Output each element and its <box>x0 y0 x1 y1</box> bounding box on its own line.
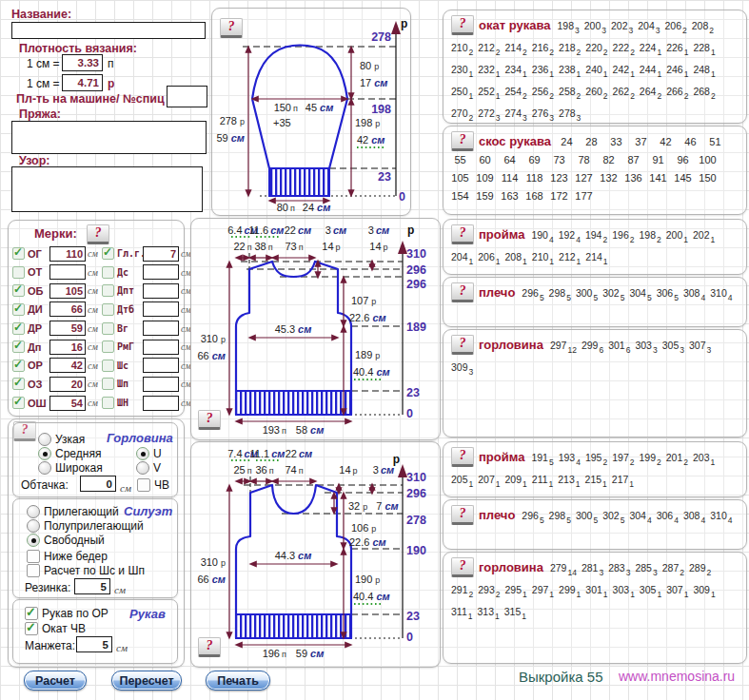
help-icon[interactable]: ? <box>87 224 109 244</box>
measurement-input[interactable] <box>143 396 179 411</box>
measurement-input[interactable] <box>49 377 86 392</box>
measurement-checkbox[interactable] <box>12 378 25 390</box>
radio-neck-wide[interactable] <box>38 461 51 475</box>
measurement-checkbox[interactable] <box>12 266 25 279</box>
stitch-row-pair: 2321 <box>478 61 500 82</box>
measurement-input[interactable] <box>143 301 179 317</box>
measurement-input[interactable] <box>143 246 179 262</box>
measurement-input[interactable] <box>49 396 86 411</box>
stitch-row-pair: 2071 <box>478 471 500 492</box>
measurement-checkbox[interactable] <box>12 303 25 316</box>
help-icon[interactable]: ? <box>451 15 474 35</box>
density-stitches-input[interactable] <box>62 54 103 71</box>
measurement-checkbox[interactable] <box>12 397 25 409</box>
measurement-input[interactable] <box>49 264 86 280</box>
measurement-input[interactable] <box>143 321 179 336</box>
stitch-row-pair: 2101 <box>532 248 554 269</box>
help-icon[interactable]: ? <box>451 131 474 151</box>
measurement-checkbox[interactable] <box>102 266 114 279</box>
binding-input[interactable] <box>80 476 116 492</box>
measurement-checkbox[interactable] <box>12 284 25 297</box>
name-input[interactable] <box>11 22 206 39</box>
measurement-label: ОГ <box>28 248 49 260</box>
density-rows-input[interactable] <box>62 74 103 91</box>
pattern-textarea[interactable] <box>11 166 203 212</box>
row-number: 105 <box>451 171 469 185</box>
panel-title: плечо <box>479 508 515 522</box>
help-icon[interactable]: ? <box>451 557 474 577</box>
yarn-textarea[interactable] <box>11 121 207 154</box>
calc-shs-shp-checkbox[interactable] <box>27 564 40 577</box>
measurement-checkbox[interactable] <box>102 360 114 372</box>
rib-input[interactable] <box>74 578 110 594</box>
cap-chv-checkbox[interactable] <box>25 622 38 635</box>
measurement-input[interactable] <box>143 283 179 299</box>
radio-fit-loose[interactable] <box>27 534 40 547</box>
radio-neck-v[interactable] <box>136 461 149 475</box>
help-icon[interactable]: ? <box>451 282 474 302</box>
radio-neck-u[interactable] <box>136 447 149 460</box>
measurement-checkbox[interactable] <box>12 247 25 260</box>
measurement-checkbox[interactable] <box>12 322 25 335</box>
axis-value: 0 <box>399 190 405 204</box>
measurement-checkbox[interactable] <box>102 340 114 353</box>
front-neck-panel: ?горловина279142813283328532872289229122… <box>443 552 747 664</box>
measurement-input[interactable] <box>143 340 179 355</box>
measurement-input[interactable] <box>49 340 86 355</box>
row-number: 168 <box>525 189 543 204</box>
stitch-row-pair: 2131 <box>558 471 580 492</box>
row-number: 172 <box>550 189 568 204</box>
measurement-checkbox[interactable] <box>102 247 114 260</box>
radio-fit-semi[interactable] <box>27 519 40 533</box>
measurement-input[interactable] <box>143 377 179 392</box>
below-hips-checkbox[interactable] <box>27 550 40 563</box>
site-link[interactable]: www.mnemosina.ru <box>619 669 735 684</box>
stitch-row-pair: 2622 <box>613 83 635 104</box>
radio-neck-medium[interactable] <box>38 447 51 460</box>
measurement-input[interactable] <box>49 301 86 317</box>
measurement-checkbox[interactable] <box>102 397 114 409</box>
measurement-checkbox[interactable] <box>102 284 114 297</box>
measurement-checkbox[interactable] <box>102 303 114 316</box>
dim-label: 14р <box>369 241 387 252</box>
stitch-row-pair: 2783 <box>559 105 581 126</box>
chv-checkbox[interactable] <box>137 478 150 492</box>
radio-neck-narrow[interactable] <box>38 433 51 446</box>
measurement-input[interactable] <box>49 358 86 373</box>
measurement-row: ОТсм <box>12 263 102 282</box>
row-number: 24 <box>558 135 576 149</box>
front-shoulder-numbers: ?плечо29652985300530253044306430843104 <box>443 500 746 534</box>
panel-title: горловина <box>479 338 543 352</box>
measurement-input[interactable] <box>49 283 86 299</box>
help-icon[interactable]: ? <box>451 447 474 467</box>
print-button[interactable]: Печать <box>206 671 270 690</box>
stitch-row-pair: 2682 <box>693 83 715 104</box>
calc-button[interactable]: Расчет <box>24 671 87 690</box>
pattern-label: Узор: <box>19 154 50 167</box>
measurement-checkbox[interactable] <box>12 340 25 353</box>
radio-fit-close[interactable] <box>27 505 40 518</box>
sleeve-by-or-checkbox[interactable] <box>25 607 38 620</box>
dim-label: 22.6см <box>349 536 386 548</box>
help-icon[interactable]: ? <box>451 335 474 355</box>
cuff-input[interactable] <box>76 636 112 652</box>
stitch-row-pair: 2971 <box>532 581 554 602</box>
row-number: 96 <box>674 153 692 167</box>
measurement-input[interactable] <box>143 264 179 280</box>
recalc-button[interactable]: Пересчет <box>111 671 182 690</box>
measurement-checkbox[interactable] <box>102 378 114 390</box>
measurement-input[interactable] <box>49 246 86 262</box>
machine-input[interactable] <box>167 86 207 107</box>
stitch-row-pair: 3053 <box>662 337 684 358</box>
help-icon[interactable]: ? <box>451 505 474 525</box>
axis-value: 189 <box>406 321 426 334</box>
stitch-row-pair: 2723 <box>478 105 500 126</box>
measurement-input[interactable] <box>143 358 179 373</box>
measurement-checkbox[interactable] <box>12 360 25 372</box>
measurement-checkbox[interactable] <box>102 322 114 335</box>
help-icon[interactable]: ? <box>451 224 474 244</box>
stitch-row-pair: 2043 <box>638 17 660 38</box>
stitch-row-pair: 2702 <box>451 105 473 126</box>
measurement-input[interactable] <box>49 321 86 336</box>
stitch-row-pair: 3064 <box>657 507 679 528</box>
